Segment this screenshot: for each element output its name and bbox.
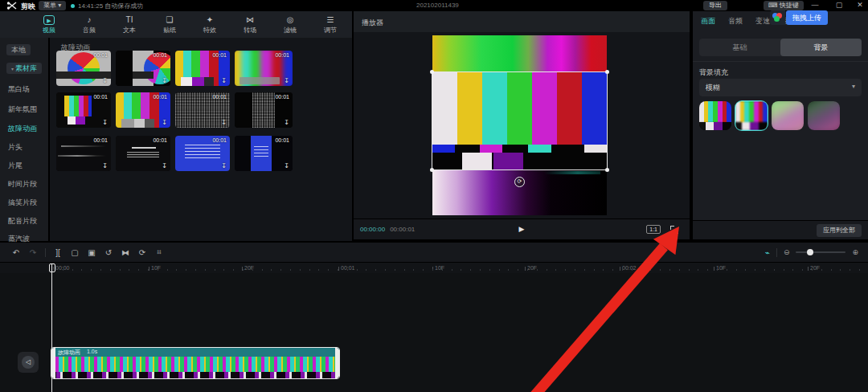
shortcuts-button[interactable]: ⌨ 快捷键	[764, 1, 804, 10]
fill-mode-dropdown[interactable]: 模糊 ▾	[699, 79, 862, 96]
download-icon[interactable]: ↧	[284, 120, 289, 126]
split-icon[interactable]: ][	[53, 248, 63, 257]
redo-icon[interactable]: ↷	[28, 248, 38, 257]
library-item[interactable]: 00:01 ↧	[56, 136, 111, 171]
blur-preset-medium[interactable]	[772, 101, 804, 130]
undo-icon[interactable]: ↶	[11, 248, 21, 257]
download-icon[interactable]: ↧	[102, 163, 108, 169]
library-item[interactable]: 00:01 ↧	[56, 51, 111, 86]
ruler-label: 00:01	[338, 265, 355, 271]
sidebar-item-dub-clips[interactable]: 配音片段	[8, 215, 37, 227]
sidebar-item-material-library[interactable]: ▾素材库	[6, 63, 42, 74]
blur-preset-none[interactable]	[699, 101, 731, 130]
timeline-zoom-slider[interactable]	[796, 251, 845, 253]
inspector-panel: 画面 音频 变速 动画 调节 基础 背景 背景填充 模糊 ▾ 应用到全部	[693, 11, 868, 239]
upload-badge[interactable]: 拖拽上传	[770, 10, 828, 25]
blur-preset-heavy[interactable]	[808, 101, 840, 130]
blur-preset-light[interactable]	[735, 101, 768, 130]
toolbar-tab-sticker[interactable]: ❏贴纸	[158, 15, 182, 35]
clip-trim-handle-right[interactable]	[335, 348, 339, 378]
mute-original-audio-button[interactable]: ◁	[18, 352, 39, 373]
slider-handle[interactable]	[807, 249, 813, 255]
close-button[interactable]: ✕	[854, 0, 866, 10]
caret-down-icon: ▾	[11, 67, 14, 71]
library-item[interactable]: 00:01 ↧	[175, 92, 230, 128]
sidebar-item-intro[interactable]: 片头	[8, 141, 23, 153]
tab-picture[interactable]: 画面	[701, 16, 715, 27]
auto-snap-icon[interactable]: ⌁	[765, 248, 770, 257]
sidebar-item-funny-clips[interactable]: 搞笑片段	[8, 197, 37, 208]
sidebar-item-glitch[interactable]: 故障动画	[8, 123, 37, 134]
preview-video[interactable]	[432, 72, 607, 169]
toolbar-tab-adjust[interactable]: ☰调节	[318, 15, 342, 35]
sidebar-item-local[interactable]: 本地	[6, 44, 31, 55]
library-item[interactable]: 00:01 ↧	[175, 136, 230, 171]
toolbar-tab-filter[interactable]: ◎滤镜	[278, 15, 302, 35]
export-button[interactable]: 导出	[703, 1, 727, 10]
download-icon[interactable]: ↧	[162, 120, 167, 126]
download-icon[interactable]: ↧	[162, 163, 167, 169]
crop-icon[interactable]: ⌗	[154, 247, 164, 257]
delete-icon[interactable]: ▢	[70, 248, 80, 257]
library-item[interactable]: 00:01 ↧	[175, 51, 230, 86]
download-icon[interactable]: ↧	[221, 120, 227, 126]
duration-badge: 00:01	[275, 52, 289, 58]
library-item[interactable]: 00:01 ↧	[116, 51, 170, 86]
library-item[interactable]: 00:01 ↧	[116, 92, 170, 128]
toolbar-tab-video[interactable]: ▶视频	[37, 15, 61, 35]
playhead-handle[interactable]	[49, 263, 55, 272]
subtab-background[interactable]: 背景	[780, 39, 862, 56]
library-item[interactable]: 00:01 ↧	[56, 92, 111, 128]
zoom-out-icon[interactable]: ⊖	[784, 248, 790, 256]
filter-icon: ◎	[287, 15, 294, 25]
toolbar-tab-transition[interactable]: ⋈转场	[238, 15, 262, 35]
sidebar-item-outro[interactable]: 片尾	[8, 160, 23, 171]
fullscreen-icon[interactable]	[670, 226, 678, 234]
timeline-panel: ↶ ↷ ][ ▢ ▣ ↺ ⧓ ⟳ ⌗ ⌁ ⊖ ⊕ 00:00 10F	[0, 243, 868, 392]
menu-button[interactable]: 菜单 ▾	[39, 1, 66, 10]
tab-audio[interactable]: 音频	[728, 16, 743, 27]
project-title: 202102011439	[416, 2, 459, 9]
library-item[interactable]: 00:01 ↧	[235, 136, 293, 171]
clip-header: 故障动画 1.0s	[51, 348, 339, 357]
freeze-frame-icon[interactable]: ▣	[87, 248, 96, 257]
download-icon[interactable]: ↧	[221, 163, 227, 169]
download-icon[interactable]: ↧	[221, 78, 227, 84]
sticker-icon: ❏	[166, 15, 174, 25]
duration-badge: 00:01	[153, 94, 167, 100]
download-icon[interactable]: ↧	[162, 78, 167, 84]
download-icon[interactable]: ↧	[284, 78, 289, 84]
sidebar-item-time-clips[interactable]: 时间片段	[8, 178, 37, 190]
timeline-ruler[interactable]: 00:00 10F 20F 00:01 10F 20F 00:02 10F 20…	[0, 262, 868, 273]
aspect-ratio-button[interactable]: 1:1	[646, 225, 661, 234]
timeline-clip[interactable]: 故障动画 1.0s	[51, 347, 340, 379]
toolbar-tab-effects[interactable]: ✦特效	[198, 15, 222, 35]
keyboard-icon: ⌨	[768, 2, 778, 9]
preview-canvas[interactable]: ⟳	[432, 35, 607, 215]
minimize-button[interactable]: —	[809, 0, 821, 10]
zoom-in-icon[interactable]: ⊕	[852, 248, 858, 256]
speaker-icon: ◁	[22, 356, 35, 369]
duration-badge: 00:01	[212, 137, 227, 143]
play-button[interactable]: ▶	[519, 225, 525, 233]
rotate-icon[interactable]: ⟳	[137, 248, 147, 257]
download-icon[interactable]: ↧	[102, 78, 108, 84]
mirror-icon[interactable]: ⧓	[121, 248, 130, 257]
rotate-handle[interactable]: ⟳	[514, 177, 525, 187]
video-icon: ▶	[43, 15, 54, 25]
reverse-icon[interactable]: ↺	[104, 248, 113, 257]
download-icon[interactable]: ↧	[284, 163, 289, 169]
library-item[interactable]: 00:01 ↧	[116, 136, 170, 171]
download-icon[interactable]: ↧	[102, 120, 108, 126]
apply-to-all-button[interactable]: 应用到全部	[817, 224, 862, 237]
subtab-basic[interactable]: 基础	[699, 39, 780, 56]
library-item[interactable]: 00:01 ↧	[235, 92, 293, 128]
toolbar-tab-text[interactable]: TI文本	[117, 15, 141, 35]
library-item[interactable]: 00:01 ↧	[235, 51, 293, 86]
media-toolbar: ▶视频 ♪音频 TI文本 ❏贴纸 ✦特效 ⋈转场 ◎滤镜 ☰调节	[0, 11, 352, 38]
sidebar-item-new-year[interactable]: 新年氛围	[8, 104, 37, 115]
sidebar-item-black-white[interactable]: 黑白场	[8, 84, 30, 95]
tab-speed[interactable]: 变速	[755, 16, 770, 27]
maximize-button[interactable]: ▢	[833, 0, 845, 10]
toolbar-tab-audio[interactable]: ♪音频	[77, 15, 101, 35]
